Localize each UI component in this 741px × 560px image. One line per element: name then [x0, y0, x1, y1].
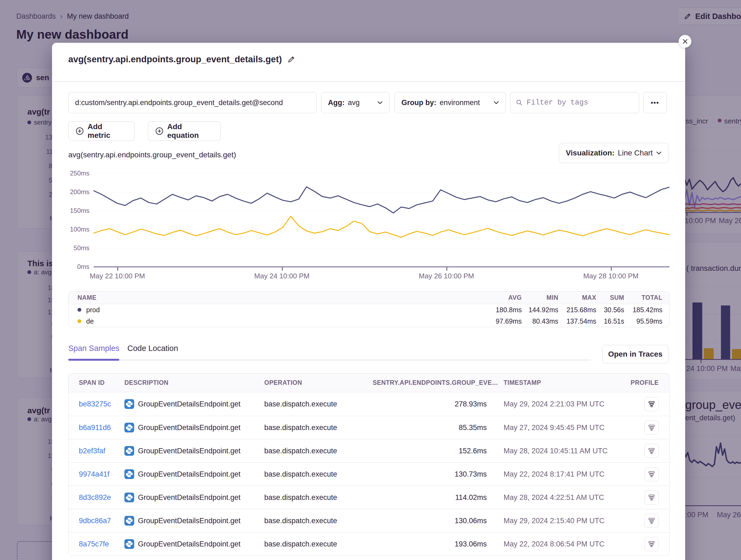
span-id-link[interactable]: 8d3c892e: [79, 493, 124, 502]
span-duration: 85.35ms: [373, 423, 487, 432]
tag-filter-input[interactable]: [527, 98, 633, 107]
col-operation: OPERATION: [264, 379, 373, 386]
profile-button[interactable]: [645, 490, 659, 504]
col-description: DESCRIPTION: [124, 379, 264, 386]
table-row: 8a75c7fe GroupEventDetailsEndpoint.get b…: [69, 532, 669, 555]
span-operation: base.dispatch.execute: [264, 517, 373, 525]
col-timestamp: TIMESTAMP: [503, 379, 623, 386]
samples-header-row: SPAN ID DESCRIPTION OPERATION SENTRY.API…: [69, 374, 669, 392]
add-equation-button[interactable]: Add equation: [148, 121, 221, 141]
x-axis-label: May 24 10:00 PM: [241, 272, 323, 280]
add-metric-label: Add metric: [87, 123, 127, 140]
metric-details-modal: avg(sentry.api.endpoints.group_event_det…: [52, 43, 685, 560]
sum-value: 30.56s: [596, 306, 624, 314]
chevron-down-icon: [377, 101, 383, 104]
profile-button[interactable]: [645, 397, 659, 411]
span-operation: base.dispatch.execute: [264, 400, 373, 408]
tabs: Span Samples Code Location: [68, 343, 669, 362]
span-operation: base.dispatch.execute: [264, 447, 373, 455]
metric-query-input[interactable]: [68, 92, 317, 113]
series-prod: [93, 187, 669, 213]
group-by-value: environment: [440, 98, 480, 107]
span-id-link[interactable]: b2ef3faf: [79, 447, 124, 455]
span-description: GroupEventDetailsEndpoint.get: [138, 423, 241, 432]
profile-icon: [648, 494, 655, 501]
summary-row[interactable]: de 97.69ms 80.43ms 137.54ms 16.51s 95.59…: [69, 315, 669, 327]
series-name: prod: [86, 306, 100, 314]
visualization-value: Line Chart: [618, 149, 653, 157]
agg-value: avg: [348, 98, 360, 107]
span-timestamp: May 27, 2024 9:45:45 PM UTC: [503, 423, 623, 432]
x-axis-label: May 26 10:00 PM: [406, 272, 487, 280]
series-de: [93, 216, 669, 237]
python-icon: [124, 469, 134, 479]
max-value: 215.68ms: [558, 306, 596, 314]
y-axis-label: 100ms: [57, 226, 89, 233]
profile-icon: [648, 541, 655, 547]
span-operation: base.dispatch.execute: [264, 423, 373, 432]
more-options-button[interactable]: •••: [643, 92, 667, 113]
max-value: 137.54ms: [558, 317, 596, 325]
visualization-select[interactable]: Visualization: Line Chart: [559, 143, 668, 163]
profile-icon: [648, 424, 655, 431]
python-icon: [124, 399, 134, 409]
add-metric-button[interactable]: Add metric: [68, 121, 134, 141]
avg-value: 97.69ms: [481, 317, 522, 325]
series-name: de: [86, 317, 94, 325]
python-icon: [124, 446, 134, 456]
close-icon: [682, 38, 689, 45]
profile-icon: [648, 401, 655, 407]
span-description: GroupEventDetailsEndpoint.get: [138, 470, 241, 478]
series-summary-table: NAME AVG MIN MAX SUM TOTAL prod 180.8ms …: [68, 291, 669, 327]
profile-button[interactable]: [645, 514, 659, 528]
total-value: 185.42ms: [624, 306, 662, 314]
close-button[interactable]: [679, 35, 691, 48]
min-value: 80.43ms: [522, 317, 558, 325]
sum-value: 16.51s: [596, 317, 624, 325]
span-id-link[interactable]: 9974a41f: [79, 470, 124, 478]
edit-title-pencil-icon[interactable]: [287, 55, 295, 63]
col-name: NAME: [69, 294, 481, 301]
open-in-traces-button[interactable]: Open in Traces: [602, 345, 668, 364]
min-value: 144.92ms: [522, 306, 558, 314]
tab-track: [68, 359, 591, 361]
plus-circle-icon: [76, 127, 84, 135]
profile-icon: [648, 471, 655, 477]
span-id-link[interactable]: 9dbc86a7: [79, 517, 124, 525]
legend-dot: [77, 308, 81, 312]
span-operation: base.dispatch.execute: [264, 470, 373, 478]
table-row: b2ef3faf GroupEventDetailsEndpoint.get b…: [69, 439, 669, 462]
python-icon: [124, 423, 134, 432]
span-duration: 130.73ms: [373, 470, 487, 478]
span-duration: 130.06ms: [373, 517, 487, 525]
profile-icon: [648, 517, 655, 524]
profile-button[interactable]: [645, 537, 659, 551]
span-description: GroupEventDetailsEndpoint.get: [138, 517, 241, 525]
span-id-link[interactable]: b6a911d6: [79, 423, 124, 432]
span-id-link[interactable]: 8a75c7fe: [79, 540, 124, 548]
tab-span-samples[interactable]: Span Samples: [68, 344, 120, 353]
summary-header-row: NAME AVG MIN MAX SUM TOTAL: [69, 292, 669, 304]
col-span-id: SPAN ID: [79, 379, 124, 386]
aggregation-select[interactable]: Agg: avg: [321, 92, 390, 113]
y-axis-label: 200ms: [57, 188, 89, 196]
y-axis-label: 50ms: [57, 244, 89, 252]
span-description: GroupEventDetailsEndpoint.get: [138, 540, 241, 548]
chevron-down-icon: [656, 151, 662, 155]
profile-button[interactable]: [645, 467, 659, 481]
profile-button[interactable]: [645, 420, 659, 434]
group-by-select[interactable]: Group by: environment: [395, 92, 506, 113]
span-operation: base.dispatch.execute: [264, 540, 373, 548]
tab-code-location[interactable]: Code Location: [127, 344, 178, 353]
table-row: 9974a41f GroupEventDetailsEndpoint.get b…: [69, 462, 669, 486]
summary-row[interactable]: prod 180.8ms 144.92ms 215.68ms 30.56s 18…: [69, 304, 669, 315]
tab-active-indicator: [68, 359, 119, 361]
profile-button[interactable]: [645, 444, 659, 458]
y-axis-label: 0ms: [57, 263, 89, 270]
total-value: 95.59ms: [624, 317, 662, 325]
chevron-down-icon: [493, 101, 499, 104]
table-row: 8d3c892e GroupEventDetailsEndpoint.get b…: [69, 486, 669, 509]
span-duration: 278.93ms: [373, 400, 487, 408]
span-id-link[interactable]: be83275c: [79, 400, 124, 408]
agg-label: Agg:: [328, 98, 344, 107]
